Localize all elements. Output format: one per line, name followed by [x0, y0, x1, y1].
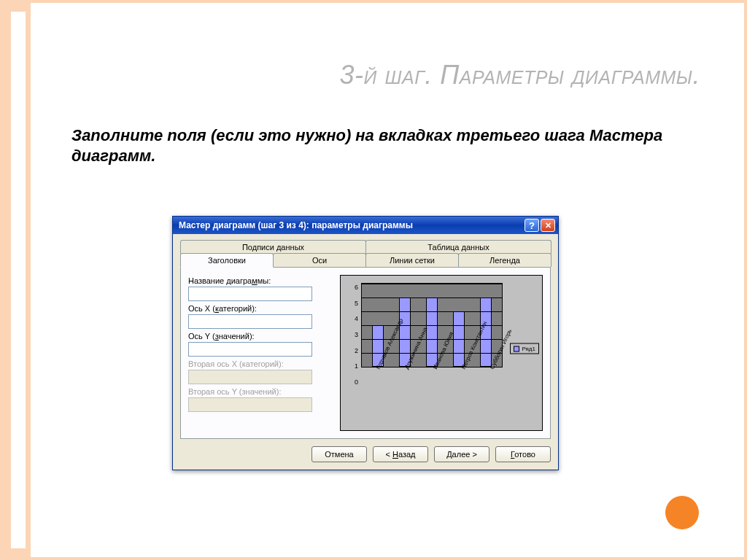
- back-button[interactable]: < Назад: [373, 446, 428, 462]
- tab-legend[interactable]: Легенда: [458, 253, 551, 267]
- label-y2-axis: Вторая ось Y (значений):: [188, 387, 334, 396]
- decorative-circle: [665, 496, 699, 529]
- input-x2-axis: [188, 370, 312, 384]
- input-x-axis[interactable]: [188, 314, 312, 329]
- tab-panel-titles: Название диаграммы: Ось X (категорий): О…: [180, 267, 551, 439]
- input-y-axis[interactable]: [188, 342, 312, 357]
- tab-axes[interactable]: Оси: [273, 253, 366, 267]
- tab-gridlines[interactable]: Линии сетки: [365, 253, 459, 267]
- slide-body-text: Заполните поля (если это нужно) на вклад…: [71, 125, 671, 166]
- slide-title: 3-й шаг. Параметры диаграммы.: [71, 60, 700, 90]
- slide: 3-й шаг. Параметры диаграммы. Заполните …: [0, 0, 747, 560]
- next-button[interactable]: Далее >: [434, 446, 489, 462]
- left-stripe: [0, 3, 31, 557]
- finish-button[interactable]: Готово: [495, 446, 551, 462]
- label-chart-title: Название диаграммы:: [188, 276, 334, 285]
- cancel-button[interactable]: Отмена: [311, 446, 367, 462]
- tab-data-labels[interactable]: Подписи данных: [180, 240, 366, 254]
- input-chart-title[interactable]: [188, 287, 312, 301]
- legend-swatch: [514, 346, 519, 351]
- help-icon: ?: [529, 220, 535, 231]
- left-stripe-inner: [11, 12, 26, 548]
- label-x2-axis: Вторая ось X (категорий):: [188, 359, 334, 368]
- dialog-title: Мастер диаграмм (шаг 3 из 4): параметры …: [179, 220, 525, 230]
- dialog-button-row: Отмена < Назад Далее > Готово: [180, 446, 551, 462]
- legend-label: Ряд1: [522, 346, 535, 352]
- input-y2-axis: [188, 397, 312, 412]
- dialog-titlebar[interactable]: Мастер диаграмм (шаг 3 из 4): параметры …: [173, 217, 558, 234]
- help-button[interactable]: ?: [525, 219, 539, 232]
- tab-titles[interactable]: Заголовки: [180, 253, 274, 268]
- fields-column: Название диаграммы: Ось X (категорий): О…: [188, 275, 334, 431]
- chart-wizard-dialog: Мастер диаграмм (шаг 3 из 4): параметры …: [172, 216, 559, 470]
- tab-data-table[interactable]: Таблица данных: [365, 240, 551, 254]
- close-icon: ✕: [545, 221, 551, 230]
- x-axis-categories: Горчаков АлександрДружинина АннаИванова …: [361, 368, 503, 427]
- chart-legend: Ряд1: [510, 343, 539, 354]
- label-y-axis: Ось Y (значений):: [188, 332, 334, 341]
- label-x-axis: Ось X (категорий):: [188, 304, 334, 313]
- close-button[interactable]: ✕: [541, 219, 555, 232]
- chart-preview: 0123456 Горчаков АлександрДружинина Анна…: [340, 275, 543, 431]
